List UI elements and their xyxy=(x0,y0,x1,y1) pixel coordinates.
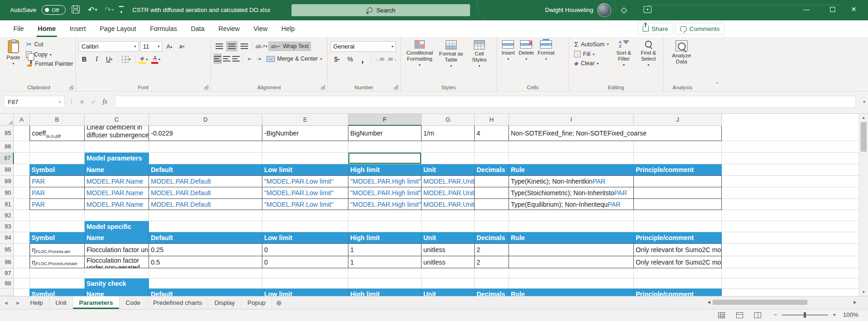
cell[interactable] xyxy=(30,141,85,153)
row-header-96[interactable]: 96 xyxy=(0,256,14,268)
cell-D85[interactable]: -0.0229 xyxy=(149,126,262,141)
cell-D95[interactable]: 0.25 xyxy=(149,244,262,256)
zoom-in-button[interactable]: + xyxy=(833,311,837,318)
cell-D96[interactable]: 0.5 xyxy=(149,256,262,268)
column-header-I[interactable]: I xyxy=(509,114,634,126)
cell[interactable] xyxy=(149,141,262,153)
chevron-down-icon[interactable]: ▾ xyxy=(507,56,509,62)
cell-H91[interactable] xyxy=(475,199,509,210)
cell-J90[interactable] xyxy=(634,187,722,199)
cell-H89[interactable] xyxy=(475,176,509,187)
cell-I95[interactable] xyxy=(509,244,634,256)
cell[interactable] xyxy=(509,221,634,232)
cell-C91[interactable]: MODEL.PAR.Name xyxy=(85,199,149,210)
underline-button[interactable]: U▾ xyxy=(104,54,115,64)
cell-J89[interactable] xyxy=(634,176,722,187)
cell[interactable] xyxy=(475,141,509,153)
cell-G91[interactable]: MODEL.PAR.Unit xyxy=(422,199,475,210)
select-all-corner[interactable] xyxy=(0,114,14,126)
cell-F89[interactable]: "MODEL.PAR.High limit" xyxy=(348,176,422,187)
cell[interactable] xyxy=(722,244,859,256)
cell[interactable] xyxy=(149,153,262,164)
header-cell[interactable]: Name xyxy=(85,232,149,244)
analyze-data-button[interactable]: Analyze Data xyxy=(666,39,697,66)
comments-button[interactable]: Comments xyxy=(675,23,725,35)
header-cell[interactable]: Low limit xyxy=(262,232,348,244)
header-cell[interactable]: Default xyxy=(149,164,262,176)
cell[interactable] xyxy=(348,221,422,232)
cell[interactable] xyxy=(509,210,634,221)
column-header-H[interactable]: H xyxy=(475,114,509,126)
cell-G95[interactable]: unitless xyxy=(422,244,475,256)
cell[interactable] xyxy=(475,210,509,221)
sheet-tab-help[interactable]: Help xyxy=(24,296,50,309)
align-middle-button[interactable] xyxy=(226,41,237,51)
cell[interactable] xyxy=(14,141,30,153)
paste-button[interactable]: Paste ▾ xyxy=(5,39,22,68)
cell-I90[interactable]: Type(Stoichiometric); Non-InheritstoPAR xyxy=(509,187,634,199)
chevron-down-icon[interactable]: ▾ xyxy=(391,44,393,49)
row-header-98[interactable]: 98 xyxy=(0,278,14,289)
header-cell[interactable]: High limit xyxy=(348,164,422,176)
formula-input[interactable] xyxy=(115,96,856,108)
cell[interactable] xyxy=(14,232,30,244)
column-header-D[interactable]: D xyxy=(149,114,262,126)
chevron-down-icon[interactable]: ▾ xyxy=(274,8,276,13)
chevron-down-icon[interactable]: ▾ xyxy=(647,62,649,68)
column-header-J[interactable]: J xyxy=(634,114,722,126)
cell[interactable] xyxy=(14,164,30,176)
cell[interactable] xyxy=(722,164,859,176)
cell-J91[interactable] xyxy=(634,199,722,210)
chevron-down-icon[interactable]: ▾ xyxy=(623,62,625,68)
cell-I85[interactable]: Non-SOTEFixed_fine; Non-SOTEFixed_coarse xyxy=(509,126,722,141)
cell-J96[interactable]: Only relevant for Sumo2C mod xyxy=(634,256,722,268)
column-header-B[interactable]: B xyxy=(30,114,85,126)
chevron-down-icon[interactable]: ▾ xyxy=(597,62,599,66)
share-button[interactable]: Share xyxy=(638,23,673,35)
document-title[interactable]: CSTR with diffused aeration and calculat… xyxy=(132,6,276,13)
autosum-button[interactable]: ΣAutoSum▾ xyxy=(572,39,611,49)
cell[interactable] xyxy=(14,221,30,232)
font-size-select[interactable]: 11▾ xyxy=(140,41,162,52)
undo-button[interactable]: ↶▾ xyxy=(88,5,97,15)
row-header-92[interactable]: 92 xyxy=(0,210,14,221)
cell-B96[interactable]: ηFLOC,Process,nonaer xyxy=(30,256,85,268)
accounting-format-button[interactable]: $▾ xyxy=(330,54,343,64)
alignment-dialog-launcher-icon[interactable] xyxy=(321,85,325,89)
header-cell[interactable]: Name xyxy=(85,164,149,176)
cell-E91[interactable]: "MODEL.PAR.Low limit" xyxy=(262,199,348,210)
cell[interactable] xyxy=(30,221,85,232)
cell[interactable] xyxy=(14,278,30,289)
sheet-tab-code[interactable]: Code xyxy=(119,296,147,309)
collapse-ribbon-icon[interactable]: ⌃ xyxy=(715,81,719,86)
cell-I89[interactable]: Type(Kinetic); Non-InheritkinPAR xyxy=(509,176,634,187)
insert-cells-button[interactable]: Insert ▾ xyxy=(500,39,517,63)
align-center-button[interactable] xyxy=(223,54,231,64)
chevron-down-icon[interactable]: ▾ xyxy=(50,53,52,57)
tab-data[interactable]: Data xyxy=(184,20,211,37)
align-top-button[interactable] xyxy=(214,41,225,51)
cell[interactable] xyxy=(149,278,262,289)
cell-E95[interactable]: 0 xyxy=(262,244,348,256)
cell-D91[interactable]: MODEL.PAR.Default xyxy=(149,199,262,210)
row-header-87-selected[interactable]: 87 xyxy=(0,153,14,164)
cell-F91[interactable]: "MODEL.PAR.High limit" xyxy=(348,199,422,210)
row-header-99[interactable] xyxy=(0,289,14,296)
cell[interactable] xyxy=(722,210,859,221)
cell[interactable] xyxy=(634,210,722,221)
cell[interactable] xyxy=(14,187,30,199)
sheet-tab-predefined-charts[interactable]: Predefined charts xyxy=(147,296,209,309)
header-cell[interactable]: Decimals xyxy=(475,232,509,244)
decrease-font-size-button[interactable]: A▾ xyxy=(176,42,187,52)
cell[interactable] xyxy=(722,221,859,232)
italic-button[interactable]: I xyxy=(91,54,102,64)
cell[interactable] xyxy=(634,268,722,278)
decrease-indent-button[interactable]: ⇤ xyxy=(246,54,254,64)
header-cell[interactable]: Unit xyxy=(422,232,475,244)
header-cell[interactable]: High limit xyxy=(348,232,422,244)
horizontal-scrollbar[interactable]: ◀ ▶ xyxy=(705,298,859,306)
customize-quick-access-button[interactable]: ▾ xyxy=(118,6,124,15)
merge-center-button[interactable]: ↔Merge & Center▾ xyxy=(264,54,324,63)
cell[interactable] xyxy=(348,141,422,153)
chevron-down-icon[interactable]: ▾ xyxy=(111,57,112,62)
